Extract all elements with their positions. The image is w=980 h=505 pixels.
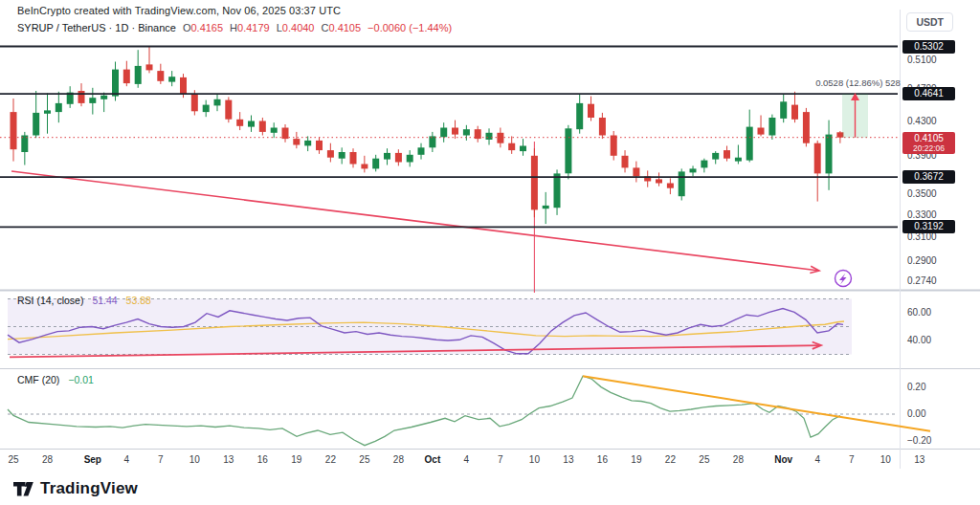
candle-body-Oct 6	[486, 133, 493, 140]
candle-body-Sep 6	[146, 64, 153, 70]
candle-body-Oct 9	[520, 146, 526, 152]
candle-body-Sep 26	[372, 159, 379, 169]
cmf-axis-label-0.20[interactable]: 0.20	[907, 382, 965, 392]
time-tick-10[interactable]: 10	[529, 454, 540, 465]
time-tick-13[interactable]: 13	[563, 454, 573, 465]
candle-body-Oct 15	[588, 104, 594, 118]
ohlc-values: O0.4165H0.4179L0.4040C0.4105	[176, 22, 361, 33]
rsi-legend[interactable]: RSI (14, close) 51.44 53.88	[17, 295, 151, 306]
candle-body-Sep 12	[214, 99, 221, 106]
price-label-0.5100[interactable]: 0.5100	[907, 55, 965, 65]
candle-body-Oct 30	[758, 128, 765, 135]
time-tick-4[interactable]: 4	[124, 454, 130, 465]
candle-body-Nov 3	[803, 112, 810, 143]
candle-body-Sep 16	[259, 121, 266, 132]
candle-body-Oct 14	[576, 103, 583, 129]
time-tick-16[interactable]: 16	[257, 454, 268, 465]
time-tick-Sep[interactable]: Sep	[84, 454, 101, 465]
cmf-axis-label-0.00[interactable]: 0.00	[907, 408, 965, 419]
level-badge-0.5302[interactable]: 0.5302	[902, 40, 955, 54]
candle-body-Sep 3	[112, 70, 119, 97]
chart-pane[interactable]	[0, 0, 980, 505]
time-tick-16[interactable]: 16	[597, 454, 608, 465]
symbol-title: SYRUP / TetherUS · 1D · Binance	[17, 22, 176, 33]
candle-body-Nov 4	[814, 143, 821, 174]
time-tick-7[interactable]: 7	[158, 454, 164, 465]
candle-body-Oct 25	[701, 161, 707, 168]
last-price-value: 0.4105	[902, 133, 955, 143]
candle-body-Oct 26	[712, 153, 719, 160]
price-label-0.2740[interactable]: 0.2740	[907, 275, 965, 286]
candles	[11, 47, 844, 224]
time-tick-22[interactable]: 22	[325, 454, 336, 465]
time-tick-13[interactable]: 13	[914, 454, 924, 465]
time-tick-13[interactable]: 13	[223, 454, 234, 465]
rsi-value: 51.44	[92, 295, 117, 306]
time-tick-19[interactable]: 19	[291, 454, 301, 465]
candle-body-Oct 10	[531, 156, 538, 210]
price-label-0.2900[interactable]: 0.2900	[907, 255, 965, 266]
time-tick-10[interactable]: 10	[189, 454, 200, 465]
time-tick-22[interactable]: 22	[665, 454, 676, 465]
time-tick-4[interactable]: 4	[464, 454, 470, 465]
time-tick-7[interactable]: 7	[498, 454, 503, 465]
level-badge-0.3192[interactable]: 0.3192	[902, 220, 955, 233]
cmf-title-text: CMF (20)	[17, 374, 59, 385]
currency-toggle[interactable]: USDT	[906, 12, 953, 32]
candle-body-Sep 4	[123, 70, 130, 84]
ohlc-letter-H: H	[230, 22, 237, 33]
cmf-legend[interactable]: CMF (20) −0.01	[17, 374, 94, 385]
candle-body-Aug 31	[78, 91, 85, 103]
candle-body-Oct 3	[452, 128, 458, 135]
time-tick-10[interactable]: 10	[880, 454, 891, 465]
cmf-axis-label-−0.20[interactable]: −0.20	[907, 435, 965, 446]
rsi-axis-label-60.00[interactable]: 60.00	[907, 307, 965, 318]
symbol-legend[interactable]: SYRUP / TetherUS · 1D · BinanceO0.4165H0…	[17, 22, 452, 33]
candle-body-Sep 8	[168, 77, 175, 81]
price-label-0.3500[interactable]: 0.3500	[907, 188, 965, 199]
candle-body-Aug 28	[44, 110, 51, 113]
level-badge-0.4641[interactable]: 0.4641	[902, 87, 955, 100]
cmf-trendline	[583, 376, 930, 431]
candle-body-Oct 5	[475, 129, 481, 139]
candle-body-Oct 24	[690, 168, 697, 172]
time-tick-4[interactable]: 4	[814, 454, 820, 465]
rsi-title-text: RSI (14, close)	[17, 295, 83, 306]
time-tick-25[interactable]: 25	[8, 454, 18, 465]
candle-body-Oct 21	[656, 179, 662, 183]
time-tick-25[interactable]: 25	[699, 454, 709, 465]
price-label-0.3300[interactable]: 0.3300	[907, 209, 965, 220]
rsi-axis-label-40.00[interactable]: 40.00	[907, 335, 965, 345]
candle-body-Sep 14	[236, 120, 243, 126]
time-tick-28[interactable]: 28	[733, 454, 744, 465]
candle-body-Oct 23	[679, 171, 685, 196]
candle-body-Oct 17	[611, 136, 617, 156]
time-tick-25[interactable]: 25	[359, 454, 369, 465]
time-tick-28[interactable]: 28	[393, 454, 404, 465]
tradingview-logo-icon	[13, 482, 33, 496]
candle-body-Oct 12	[554, 173, 561, 208]
time-tick-Oct[interactable]: Oct	[425, 454, 441, 465]
level-badge-0.3672[interactable]: 0.3672	[902, 170, 955, 184]
candle-body-Sep 11	[203, 105, 210, 113]
ohlc-value-C: 0.4105	[328, 22, 361, 33]
cmf-line	[8, 376, 840, 446]
last-price-badge[interactable]: 0.410520:22:06	[902, 132, 955, 154]
candle-body-Sep 9	[180, 77, 187, 95]
candle-body-Sep 17	[271, 128, 278, 133]
time-tick-Nov[interactable]: Nov	[774, 454, 792, 465]
time-tick-7[interactable]: 7	[849, 454, 855, 465]
rsi-ma-value: 53.88	[126, 295, 151, 306]
time-tick-19[interactable]: 19	[631, 454, 641, 465]
candle-body-Sep 2	[100, 96, 107, 99]
time-tick-28[interactable]: 28	[42, 454, 53, 465]
candle-body-Sep 27	[384, 153, 390, 160]
candle-body-Oct 16	[599, 118, 606, 136]
candle-body-Aug 27	[33, 113, 39, 136]
candle-body-Sep 22	[327, 150, 334, 158]
candle-body-Oct 31	[768, 118, 775, 136]
candle-body-Sep 30	[418, 147, 425, 155]
price-label-0.4300[interactable]: 0.4300	[907, 116, 965, 126]
candle-body-Sep 25	[361, 165, 368, 169]
candle-body-Sep 1	[89, 98, 96, 103]
